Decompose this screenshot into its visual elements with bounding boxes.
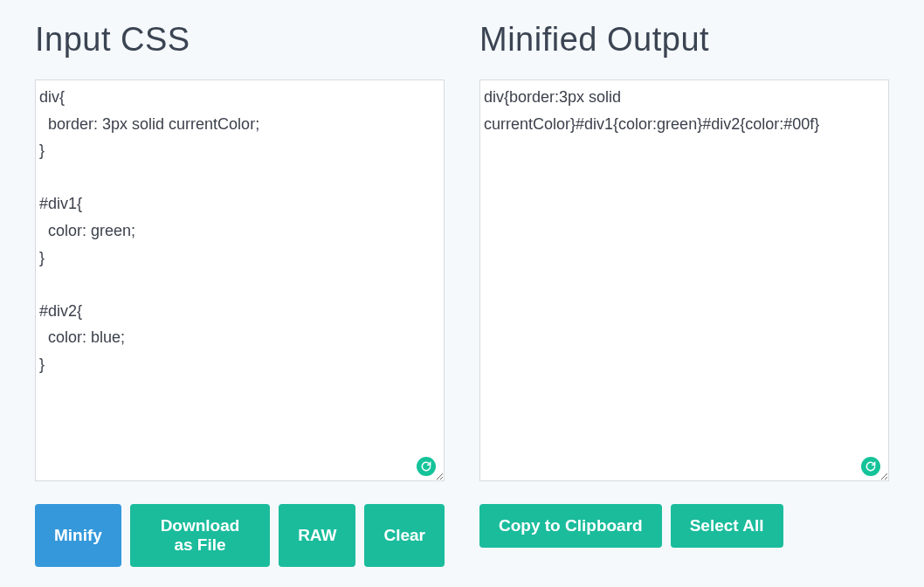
raw-button[interactable]: RAW [279, 504, 355, 567]
input-textarea-wrap [35, 79, 445, 485]
minify-button[interactable]: Minify [35, 504, 121, 567]
input-column: Input CSS Minify Download as File RAW Cl… [35, 21, 445, 567]
output-css-textarea[interactable] [479, 79, 889, 481]
copy-to-clipboard-button[interactable]: Copy to Clipboard [479, 504, 662, 548]
output-title: Minified Output [479, 21, 889, 59]
output-button-row: Copy to Clipboard Select All [479, 504, 889, 548]
input-title: Input CSS [35, 21, 445, 59]
input-css-textarea[interactable] [35, 79, 445, 481]
input-button-row: Minify Download as File RAW Clear [35, 504, 445, 567]
output-column: Minified Output Copy to Clipboard Select… [479, 21, 889, 567]
select-all-button[interactable]: Select All [671, 504, 783, 548]
download-as-file-button[interactable]: Download as File [130, 504, 270, 567]
output-textarea-wrap [479, 79, 889, 485]
clear-button[interactable]: Clear [364, 504, 445, 567]
